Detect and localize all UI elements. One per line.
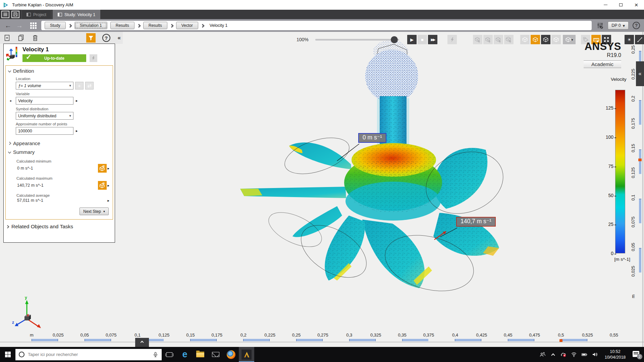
variable-menu-icon[interactable]: ▸	[76, 99, 78, 103]
probe-max-button[interactable]	[98, 181, 107, 190]
hidden-icons-chevron[interactable]	[550, 352, 556, 358]
close-button[interactable]: ×	[629, 0, 644, 10]
parameters-sliders-icon[interactable]	[596, 22, 604, 29]
maximize-button[interactable]	[613, 0, 629, 10]
right-panel-expander[interactable]: «	[636, 61, 644, 86]
max-menu-icon[interactable]: ▸	[107, 183, 109, 188]
wifi-icon[interactable]	[571, 352, 577, 358]
time: 10:52	[602, 349, 628, 355]
viewport[interactable]: 0 m s⁻¹ 140,7 m s⁻¹ 100% ▶ ■ ▶▶ ▾	[0, 32, 644, 347]
apps-grid-icon[interactable]	[30, 22, 37, 29]
taskbar-search[interactable]	[15, 349, 162, 360]
breadcrumb-results-2[interactable]: Results	[143, 22, 167, 29]
taskbar-ansys-active[interactable]	[239, 347, 254, 362]
design-point-dropdown[interactable]: DP 0▾	[608, 21, 629, 29]
taskbar-file-explorer[interactable]	[193, 347, 208, 362]
battery-icon[interactable]	[581, 352, 587, 358]
stop-animation-button[interactable]: ■	[418, 35, 427, 44]
view-style-dropdown[interactable]: ▾	[563, 35, 576, 44]
bottom-ruler: m0,0250,050,0750,10,1250,150,1750,20,225…	[18, 333, 627, 338]
points-menu-icon[interactable]: ▸	[76, 129, 78, 133]
breadcrumb-study[interactable]: Study	[45, 22, 66, 29]
section-appearance[interactable]: Appearance	[6, 138, 113, 147]
discovery-aim-logo-icon	[3, 2, 9, 8]
check-icon: ✓	[26, 53, 32, 61]
swap-location-button[interactable]: ⇄	[85, 82, 94, 89]
ruler-label: 0,375	[416, 333, 442, 338]
volume-icon[interactable]	[592, 352, 598, 358]
display-section-button[interactable]	[551, 35, 561, 44]
microphone-icon[interactable]	[153, 352, 158, 357]
people-icon[interactable]	[540, 352, 546, 358]
duplicate-button[interactable]	[17, 34, 25, 42]
evaluate-button[interactable]	[90, 54, 97, 62]
symbol-distribution-dropdown[interactable]: Uniformly distributed▾	[16, 112, 73, 120]
panel-help-button[interactable]: ?	[102, 34, 110, 42]
lighting-button[interactable]: ☀	[625, 35, 634, 44]
right-ruler-marker	[638, 159, 642, 161]
back-button[interactable]: ←	[5, 22, 11, 29]
filter-button[interactable]	[86, 33, 96, 43]
max-velocity-annotation[interactable]: 140,7 m s⁻¹	[456, 217, 496, 227]
application-window: Turbine Kaplan - Discovery AIM × Project…	[0, 0, 644, 362]
search-input[interactable]	[28, 352, 149, 357]
display-outline-button[interactable]	[520, 35, 530, 44]
expand-variable-icon[interactable]: ▸	[10, 99, 12, 103]
related-objects-section[interactable]: Related Objects and Tasks	[4, 220, 115, 234]
next-step-button[interactable]: Next Step▾	[79, 207, 109, 215]
fast-forward-button[interactable]: ▶▶	[428, 35, 437, 44]
new-object-button[interactable]	[3, 34, 11, 42]
breadcrumb-results-1[interactable]: Results	[110, 22, 135, 29]
symbol-scale-slider[interactable]	[315, 35, 399, 44]
display-shaded-exterior-button[interactable]	[531, 35, 540, 44]
tab-study-velocity[interactable]: Study: Velocity 1	[53, 10, 100, 19]
start-button[interactable]	[0, 347, 15, 362]
min-menu-icon[interactable]: ▸	[107, 166, 109, 171]
minimize-button[interactable]	[598, 0, 613, 10]
hamburger-icon	[3, 13, 7, 16]
select-body-icon	[504, 35, 514, 44]
symbol-scale-label: 100%	[297, 37, 312, 42]
taskbar-edge[interactable]: e	[177, 347, 193, 362]
notification-center-button[interactable]: 2	[633, 351, 641, 358]
delete-button[interactable]	[32, 34, 39, 42]
help-button[interactable]: ?	[633, 22, 640, 29]
variable-input[interactable]: Velocity	[16, 97, 73, 105]
collapse-panel-button[interactable]: «	[118, 35, 121, 41]
taskbar-clock[interactable]: 10:52 10/04/2018	[602, 349, 628, 360]
bottom-panel-expander[interactable]	[135, 338, 149, 347]
play-animation-button[interactable]: ▶	[407, 35, 417, 44]
menu-button[interactable]	[1, 11, 9, 18]
breadcrumb-current: Velocity 1	[210, 23, 228, 28]
firefox-icon	[227, 350, 235, 359]
select-vertex-icon	[473, 35, 482, 44]
legend-tick-label: 0	[600, 251, 613, 256]
taskbar-firefox[interactable]	[223, 347, 239, 362]
taskbar-mail[interactable]	[208, 347, 223, 362]
section-definition[interactable]: Definition	[6, 66, 113, 74]
task-view-button[interactable]	[162, 347, 177, 362]
measure-line-button[interactable]	[635, 35, 644, 44]
slider-knob[interactable]	[391, 36, 398, 43]
section-summary[interactable]: Summary	[6, 147, 113, 156]
forward-button[interactable]: →	[16, 22, 23, 29]
slider-track[interactable]	[315, 39, 399, 41]
probe-min-button[interactable]	[98, 164, 107, 173]
add-location-button[interactable]: +	[75, 82, 84, 89]
legend-tick-label: 50	[600, 193, 613, 198]
breadcrumb-simulation[interactable]: Simulation 1	[74, 22, 107, 29]
avg-menu-icon[interactable]: ▸	[107, 198, 109, 203]
ruler-label: 0,5	[548, 333, 574, 338]
bottom-ruler-baseline	[0, 342, 644, 342]
ansys-release: R19.0	[584, 52, 621, 58]
points-input[interactable]: 100000	[16, 127, 73, 135]
location-dropdown[interactable]: ƒ= 1 volume▾	[16, 82, 73, 89]
min-velocity-annotation[interactable]: 0 m s⁻¹	[358, 133, 386, 143]
tab-project[interactable]: Project	[21, 10, 51, 19]
triad-z-label: z	[12, 320, 14, 325]
window-split-icon	[58, 13, 62, 16]
breadcrumb-vector[interactable]: Vector	[176, 22, 198, 29]
onedrive-error-icon[interactable]	[560, 352, 567, 358]
save-button[interactable]	[11, 11, 19, 18]
display-mesh-button[interactable]	[541, 35, 550, 44]
